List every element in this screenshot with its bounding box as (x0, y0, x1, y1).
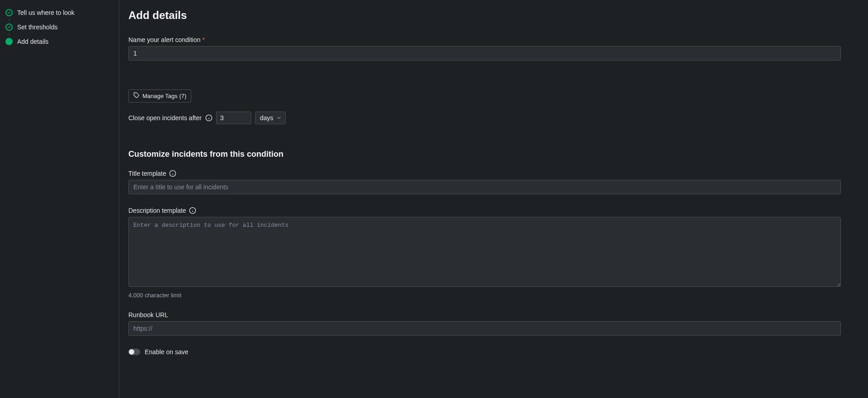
step-connector (9, 18, 9, 22)
main-content: Add details Name your alert condition * … (119, 0, 868, 398)
name-label-text: Name your alert condition (128, 36, 201, 43)
close-incidents-unit-select[interactable]: days (255, 112, 286, 124)
step-label: Tell us where to look (17, 9, 75, 16)
manage-tags-label: Manage Tags (7) (142, 93, 186, 99)
step-label: Add details (17, 38, 48, 45)
description-template-group: Description template 4,000 character lim… (128, 207, 841, 299)
runbook-label: Runbook URL (128, 311, 841, 318)
manage-tags-button[interactable]: Manage Tags (7) (128, 89, 191, 103)
runbook-group: Runbook URL (128, 311, 841, 336)
info-icon[interactable] (189, 207, 196, 214)
step-connector (9, 33, 9, 36)
info-icon[interactable] (169, 170, 176, 177)
title-template-label: Title template (128, 170, 166, 177)
step-current-icon (5, 38, 13, 45)
step-item-add-details[interactable]: Add details (5, 36, 113, 47)
name-input[interactable] (128, 46, 841, 61)
required-mark: * (202, 36, 204, 43)
name-label: Name your alert condition * (128, 36, 841, 43)
toggle-knob (129, 349, 134, 355)
title-template-input[interactable] (128, 180, 841, 194)
close-incidents-row: Close open incidents after days (128, 112, 841, 124)
enable-toggle-label: Enable on save (145, 348, 189, 356)
step-label: Set thresholds (17, 23, 58, 31)
title-template-group: Title template (128, 170, 841, 194)
name-field-group: Name your alert condition * (128, 36, 841, 61)
enable-toggle-row: Enable on save (128, 348, 841, 356)
tag-icon (133, 92, 140, 100)
description-help-text: 4,000 character limit (128, 292, 841, 299)
description-template-input[interactable] (128, 217, 841, 287)
runbook-input[interactable] (128, 321, 841, 336)
info-icon[interactable] (205, 114, 212, 122)
close-incidents-value-input[interactable] (216, 112, 251, 124)
customize-section-header: Customize incidents from this condition (128, 150, 841, 159)
step-item-thresholds[interactable]: Set thresholds (5, 22, 113, 33)
enable-toggle[interactable] (128, 349, 140, 355)
step-completed-icon (5, 9, 13, 16)
step-completed-icon (5, 23, 13, 31)
description-template-label: Description template (128, 207, 186, 214)
step-item-where-to-look[interactable]: Tell us where to look (5, 7, 113, 18)
page-title: Add details (128, 9, 841, 22)
close-incidents-label: Close open incidents after (128, 114, 202, 122)
sidebar: Tell us where to look Set thresholds Add… (0, 0, 119, 398)
